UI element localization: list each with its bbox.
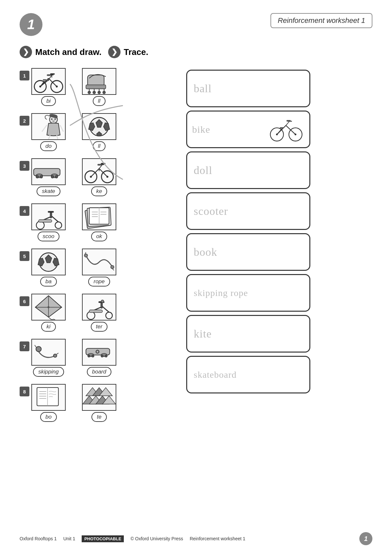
svg-rect-87 <box>101 302 103 308</box>
row-number-8: 8 <box>20 387 29 396</box>
table-row: 4 <box>20 203 170 246</box>
copyright-label: © Oxford University Press <box>130 536 183 541</box>
svg-point-56 <box>55 222 62 228</box>
svg-rect-61 <box>39 219 52 222</box>
photocopiable-badge: PHOTOCOPIABLE <box>82 535 124 542</box>
svg-rect-12 <box>43 79 46 80</box>
trace-box-8: skateboard <box>186 356 310 393</box>
trace-word-8: skateboard <box>194 370 237 380</box>
bicycle-icon <box>32 68 65 95</box>
row-number-1: 1 <box>20 71 29 80</box>
left-item-1: bi <box>31 68 66 106</box>
svg-line-58 <box>52 216 58 222</box>
trace-column: ball bike <box>176 70 310 429</box>
mid-image-1 <box>82 68 116 95</box>
svg-rect-54 <box>101 163 106 164</box>
left-image-1 <box>31 68 66 95</box>
svg-rect-14 <box>50 73 55 75</box>
svg-point-99 <box>92 355 94 357</box>
left-item-2: do <box>31 113 66 151</box>
svg-point-24 <box>103 91 106 94</box>
svg-point-101 <box>105 355 107 357</box>
left-item-8: bo <box>31 384 66 422</box>
footer: Oxford Rooftops 1 Unit 1 PHOTOCOPIABLE ©… <box>20 532 372 545</box>
svg-rect-10 <box>47 74 51 76</box>
svg-rect-59 <box>50 212 52 218</box>
kite-icon <box>32 294 65 321</box>
ball2-icon <box>32 249 65 275</box>
trace-word-4: scooter <box>194 205 228 217</box>
svg-point-41 <box>40 175 42 178</box>
svg-rect-53 <box>97 164 101 165</box>
svg-point-22 <box>93 91 95 94</box>
worksheet-content: 1 <box>20 68 372 429</box>
trace-box-5: book <box>186 233 310 271</box>
scooter-small-icon <box>83 294 116 321</box>
trace-word-6: skipping rope <box>194 288 248 298</box>
svg-point-23 <box>98 91 100 94</box>
table-row: 8 <box>20 384 170 426</box>
svg-point-100 <box>101 355 103 357</box>
trace-box-6: skipping rope <box>186 274 310 312</box>
publisher-label: Oxford Rooftops 1 <box>20 536 57 541</box>
row-number-7: 7 <box>20 341 29 351</box>
mid-item-3: ke <box>82 158 116 196</box>
mid-item-8: te <box>82 384 116 422</box>
mid-item-4: ok <box>82 203 116 241</box>
svg-rect-89 <box>89 310 102 312</box>
skateboard-flat-icon <box>32 159 65 185</box>
svg-line-93 <box>35 345 36 347</box>
left-word-5: ba <box>40 277 57 286</box>
svg-line-27 <box>60 125 63 131</box>
row-number-5: 5 <box>20 251 29 261</box>
left-image-6 <box>31 294 66 321</box>
mid-item-7: board <box>82 339 116 377</box>
scooter-icon <box>32 204 65 230</box>
skates-icon <box>83 68 116 95</box>
trace-box-1: ball <box>186 70 310 107</box>
svg-line-86 <box>103 306 109 312</box>
left-image-5 <box>31 249 66 275</box>
svg-point-31 <box>55 118 56 120</box>
trace-word-1: ball <box>194 82 212 95</box>
svg-point-40 <box>36 175 39 178</box>
svg-point-84 <box>106 312 112 319</box>
worksheet-title: Reinforcement worksheet 1 <box>270 13 372 28</box>
mid-image-8 <box>82 384 116 411</box>
book-icon <box>83 204 116 230</box>
svg-point-21 <box>88 91 90 94</box>
row-number-6: 6 <box>20 296 29 306</box>
skipping-rope2-icon <box>32 339 65 366</box>
mid-word-4: ok <box>91 232 107 241</box>
mid-item-2: ll <box>82 113 116 151</box>
doll-icon <box>32 113 65 140</box>
left-item-7: skipping <box>31 339 66 377</box>
table-row: 3 <box>20 158 170 201</box>
mid-image-3 <box>82 158 116 185</box>
left-item-6: ki <box>31 294 66 332</box>
svg-point-76 <box>111 265 114 269</box>
trace-box-7: kite <box>186 315 310 353</box>
svg-point-98 <box>88 355 90 357</box>
mid-item-6: ter <box>82 294 116 332</box>
mid-word-8: te <box>91 412 106 422</box>
left-word-7: skipping <box>33 367 64 377</box>
left-item-5: ba <box>31 249 66 286</box>
left-item-3: skate <box>31 158 66 196</box>
mid-word-1: ll <box>93 96 106 106</box>
mid-item-1: ll <box>82 68 116 106</box>
page: 1 Reinforcement worksheet 1 ❯ Match and … <box>0 0 392 555</box>
bicycle-small-icon <box>83 159 116 185</box>
row-number-2: 2 <box>20 116 29 126</box>
svg-point-103 <box>97 351 98 352</box>
svg-rect-16 <box>86 85 106 89</box>
skateboard-item-icon <box>83 339 116 366</box>
mid-word-6: ter <box>91 322 108 332</box>
left-word-2: do <box>40 141 57 151</box>
trace-box-3: doll <box>186 151 310 189</box>
svg-rect-125 <box>286 120 291 122</box>
trace-word-3: doll <box>194 164 212 177</box>
chevron-icon-1: ❯ <box>20 46 32 58</box>
left-word-8: bo <box>40 412 57 422</box>
footer-page-number: 1 <box>359 532 372 545</box>
